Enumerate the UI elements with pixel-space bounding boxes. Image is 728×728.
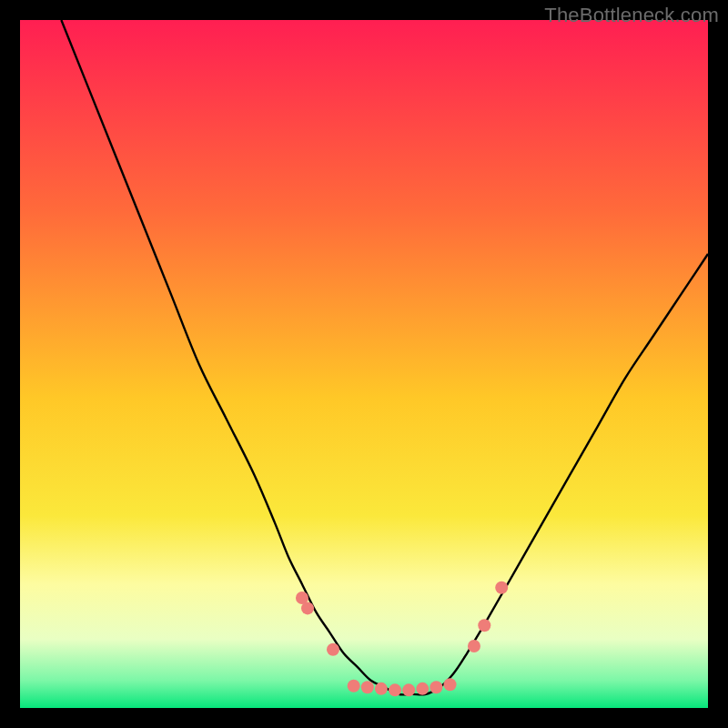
data-marker [495,581,508,594]
data-marker [444,678,457,691]
data-marker [468,640,480,652]
data-marker [402,683,415,696]
data-marker [348,680,360,693]
chart-frame [20,20,708,708]
data-marker [478,619,490,632]
data-marker [375,682,388,695]
chart-background [20,20,708,708]
watermark-text: TheBottleneck.com [544,4,719,27]
chart-svg [20,20,708,708]
data-marker [389,683,401,696]
data-marker [301,602,314,614]
data-marker [430,681,442,693]
data-marker [361,681,374,693]
data-marker [327,643,339,656]
data-marker [416,682,429,695]
